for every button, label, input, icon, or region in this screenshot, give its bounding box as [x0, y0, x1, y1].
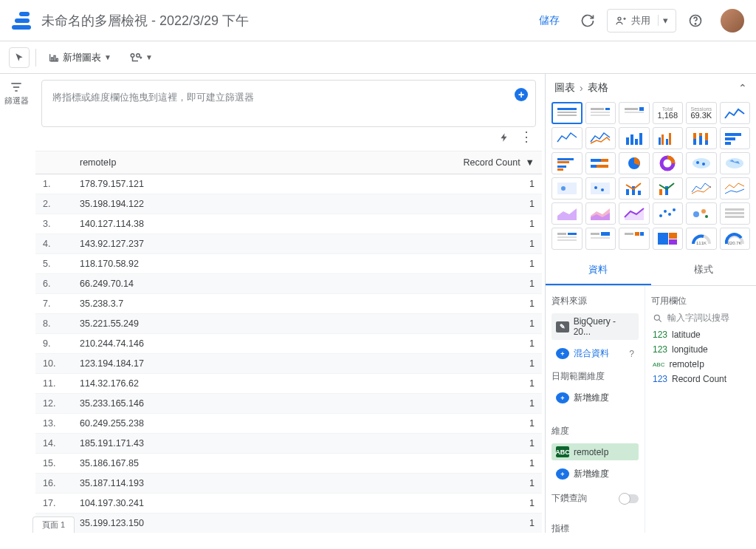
table-row[interactable]: 2.35.198.194.1221: [35, 194, 542, 214]
chart-type-line[interactable]: [720, 102, 751, 124]
table-row[interactable]: 15.35.186.167.851: [35, 454, 542, 474]
tab-style[interactable]: 樣式: [651, 256, 757, 285]
chart-type-map2[interactable]: [585, 177, 616, 200]
chart-type-geo2[interactable]: [720, 152, 751, 174]
help-icon[interactable]: [682, 7, 709, 34]
chart-type-bar1[interactable]: [619, 127, 650, 149]
chart-type-combo1[interactable]: [619, 177, 650, 200]
table-row[interactable]: 5.118.170.58.921: [35, 254, 542, 274]
svg-rect-54: [591, 183, 610, 194]
table-row[interactable]: 3.140.127.114.381: [35, 214, 542, 234]
table-row[interactable]: 11.114.32.176.621: [35, 374, 542, 394]
doc-title[interactable]: 未命名的多層檢視 - 2022/3/29 下午: [41, 12, 530, 30]
collapse-icon[interactable]: ⌃: [738, 82, 747, 94]
chart-type-pie[interactable]: [619, 152, 650, 174]
filter-dropzone[interactable]: 將指標或維度欄位拖曳到這裡，即可建立篩選器 +: [41, 80, 536, 127]
select-tool[interactable]: [9, 47, 30, 68]
chart-type-list[interactable]: [720, 202, 751, 225]
col-remoteip[interactable]: remoteIp: [72, 151, 297, 174]
table-row[interactable]: 10.123.194.184.171: [35, 354, 542, 374]
field-longitude[interactable]: 123longitude: [651, 342, 750, 357]
chart-type-table[interactable]: [551, 102, 583, 124]
chart-type-tree[interactable]: [653, 228, 684, 250]
field-Record Count[interactable]: 123Record Count: [651, 372, 750, 386]
chart-type-geo1[interactable]: [686, 152, 717, 174]
add-dimension[interactable]: +新增維度: [551, 465, 639, 483]
table-row[interactable]: 1.178.79.157.1211: [35, 174, 542, 194]
chart-type-pivot3[interactable]: [619, 228, 650, 250]
page-tab[interactable]: 頁面 1: [32, 516, 75, 533]
add-chart-button[interactable]: 新增圖表 ▼: [42, 47, 117, 69]
svg-rect-86: [658, 233, 668, 245]
chart-type-hbar3[interactable]: [585, 152, 616, 174]
chart-type-donut[interactable]: [653, 152, 684, 174]
save-button[interactable]: 儲存: [530, 8, 568, 33]
field-latitude[interactable]: 123latitude: [651, 327, 750, 342]
chart-type-gauge2[interactable]: 220.7K: [720, 228, 751, 250]
chart-type-spark2[interactable]: [585, 127, 616, 149]
table-row[interactable]: 9.210.244.74.1461: [35, 334, 542, 354]
chart-type-bar2[interactable]: [653, 127, 684, 149]
table-row[interactable]: 4.143.92.127.2371: [35, 234, 542, 254]
filter-icon[interactable]: [9, 80, 24, 95]
refresh-icon[interactable]: [574, 7, 601, 34]
chart-type-table2[interactable]: [585, 102, 616, 124]
dimension-chip[interactable]: ABCremoteIp: [551, 443, 639, 460]
col-record-count[interactable]: Record Count ▼: [297, 151, 542, 174]
chart-type-hbar[interactable]: [720, 127, 751, 149]
table-row[interactable]: 7.35.238.3.71: [35, 294, 542, 314]
data-table[interactable]: remoteIp Record Count ▼ 1.178.79.157.121…: [35, 151, 542, 533]
add-date-dim[interactable]: +新增維度: [551, 389, 639, 407]
chart-type-area3[interactable]: [619, 202, 650, 225]
svg-text:220.7K: 220.7K: [728, 241, 742, 245]
svg-point-56: [601, 188, 604, 191]
chart-type-multi1[interactable]: [686, 177, 717, 200]
user-avatar[interactable]: [721, 9, 744, 33]
svg-point-69: [673, 208, 676, 211]
breadcrumb-chart[interactable]: 圖表: [554, 81, 575, 95]
table-row[interactable]: 6.66.249.70.141: [35, 274, 542, 294]
chart-type-hbar2[interactable]: [551, 152, 583, 174]
svg-rect-37: [725, 142, 731, 145]
table-row[interactable]: 8.35.221.55.2491: [35, 314, 542, 334]
chart-type-scatter[interactable]: [653, 202, 684, 225]
chart-type-map1[interactable]: [551, 177, 583, 200]
table-row[interactable]: 17.104.197.30.2411: [35, 494, 542, 514]
chart-type-spark1[interactable]: [551, 127, 583, 149]
chart-type-table3[interactable]: [619, 102, 650, 124]
chart-type-area1[interactable]: [551, 202, 583, 225]
chart-type-score1[interactable]: Total1,168: [653, 102, 684, 124]
chart-type-pivot2[interactable]: [585, 228, 616, 250]
chart-type-bar3[interactable]: [686, 127, 717, 149]
svg-rect-5: [56, 58, 58, 61]
share-icon: [615, 15, 627, 27]
field-remoteIp[interactable]: ABCremoteIp: [651, 357, 750, 372]
datasource-chip[interactable]: ✎BigQuery - 20...: [551, 313, 639, 340]
chart-type-multi2[interactable]: [720, 177, 751, 200]
bolt-icon[interactable]: [499, 132, 509, 143]
table-row[interactable]: 16.35.187.114.1931: [35, 474, 542, 494]
field-search[interactable]: 輸入字詞以搜尋: [651, 309, 750, 327]
share-button[interactable]: 共用 ▾: [607, 9, 676, 33]
chart-type-score2[interactable]: Sessions69.3K: [686, 102, 717, 124]
more-icon[interactable]: ⋮: [520, 134, 533, 140]
table-row[interactable]: 13.60.249.255.2381: [35, 414, 542, 434]
table-row[interactable]: 12.35.233.165.1461: [35, 394, 542, 414]
svg-rect-21: [626, 137, 629, 145]
svg-rect-82: [591, 237, 610, 239]
blend-data[interactable]: +混合資料 ?: [551, 344, 639, 363]
table-row[interactable]: 14.185.191.171.431: [35, 434, 542, 454]
chart-type-pivot1[interactable]: [551, 228, 583, 250]
chart-type-combo2[interactable]: [653, 177, 684, 200]
table-row[interactable]: 18.35.199.123.1501: [35, 514, 542, 533]
chart-type-bubble[interactable]: [686, 202, 717, 225]
svg-rect-36: [725, 137, 735, 140]
community-viz-button[interactable]: ▼: [123, 47, 159, 68]
tab-data[interactable]: 資料: [546, 256, 651, 285]
svg-rect-20: [625, 112, 644, 113]
add-filter-icon[interactable]: +: [515, 88, 528, 101]
drill-toggle[interactable]: [619, 494, 639, 503]
chart-type-gauge1[interactable]: 111K: [686, 228, 717, 250]
chart-type-area2[interactable]: [585, 202, 616, 225]
share-caret[interactable]: ▾: [658, 15, 673, 26]
